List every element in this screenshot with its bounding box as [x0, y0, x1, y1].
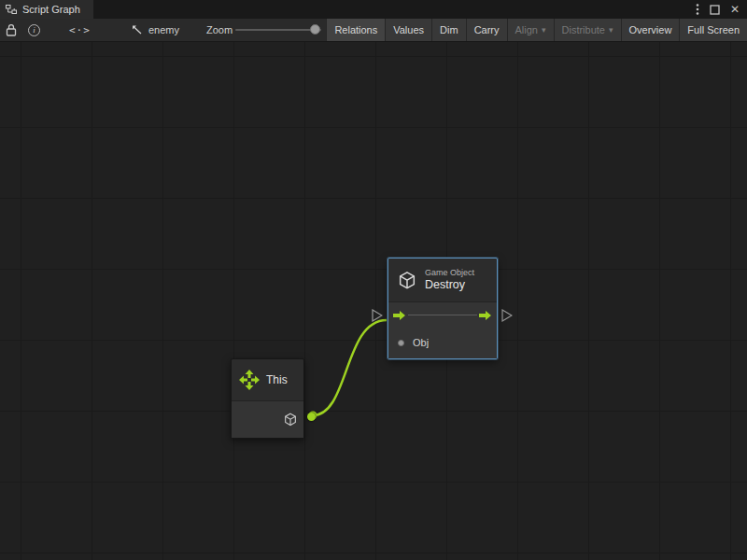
- dropdown-caret-icon: ▾: [609, 25, 613, 35]
- cube-icon: [283, 412, 298, 427]
- this-node-ports: [232, 400, 303, 438]
- obj-input-port[interactable]: [398, 340, 404, 346]
- values-label: Values: [393, 24, 424, 35]
- connection-wire[interactable]: [313, 320, 387, 415]
- maximize-icon[interactable]: [710, 5, 720, 15]
- flow-input-arrow-icon[interactable]: [393, 310, 406, 321]
- graph-name: enemy: [148, 24, 179, 35]
- obj-input-row: Obj: [388, 329, 497, 357]
- values-button[interactable]: Values: [385, 19, 431, 41]
- control-output-port-icon[interactable]: [501, 309, 513, 322]
- align-button[interactable]: Align▾: [507, 19, 554, 41]
- destroy-node-titles: Game Object Destroy: [425, 268, 474, 293]
- script-graph-window: Script Graph ✕ enemy: [0, 0, 747, 560]
- wire-layer: [0, 42, 747, 560]
- window-title: Script Graph: [22, 4, 80, 15]
- destroy-node-category: Game Object: [425, 268, 474, 278]
- zoom-slider-track[interactable]: [235, 29, 321, 31]
- close-icon[interactable]: ✕: [730, 0, 740, 19]
- graph-canvas[interactable]: This: [0, 42, 747, 560]
- script-graph-icon: [6, 4, 17, 15]
- destroy-node[interactable]: Game Object Destroy Obj: [388, 258, 498, 359]
- this-node[interactable]: This: [231, 358, 304, 439]
- dim-button[interactable]: Dim: [431, 19, 466, 41]
- destroy-node-title: Destroy: [425, 278, 474, 293]
- toolbar: enemy Zoom 1x Relations Values Dim Carry…: [0, 19, 747, 42]
- carry-label: Carry: [474, 24, 500, 35]
- flow-output-arrow-icon[interactable]: [479, 310, 492, 321]
- destroy-node-body: Obj: [388, 301, 497, 358]
- info-badge: [28, 24, 40, 36]
- fullscreen-label: Full Screen: [687, 24, 740, 35]
- carry-button[interactable]: Carry: [466, 19, 507, 41]
- obj-input-label: Obj: [413, 337, 429, 348]
- cube-icon: [397, 270, 417, 291]
- this-node-header: This: [232, 359, 303, 400]
- graph-pointer-icon: [131, 24, 143, 35]
- overview-label: Overview: [629, 24, 672, 35]
- zoom-label: Zoom: [206, 19, 233, 41]
- window-controls: ✕: [696, 0, 747, 19]
- zoom-slider[interactable]: [235, 19, 321, 41]
- toolbar-buttons: Relations Values Dim Carry Align▾ Distri…: [326, 19, 747, 41]
- graph-breadcrumb[interactable]: enemy: [131, 19, 179, 41]
- this-output-port[interactable]: [307, 413, 316, 421]
- zoom-slider-knob[interactable]: [310, 24, 320, 35]
- titlebar: Script Graph ✕: [0, 0, 747, 19]
- relations-button[interactable]: Relations: [326, 19, 385, 41]
- dim-label: Dim: [440, 24, 458, 35]
- info-icon[interactable]: [28, 19, 40, 41]
- control-input-port-icon[interactable]: [372, 309, 383, 322]
- distribute-button[interactable]: Distribute▾: [554, 19, 621, 41]
- align-label: Align: [515, 24, 538, 35]
- tab-script-graph[interactable]: Script Graph: [0, 0, 93, 19]
- move-cross-icon: [239, 370, 260, 390]
- flow-separator-line: [408, 315, 477, 315]
- destroy-node-header: Game Object Destroy: [388, 259, 497, 301]
- lock-icon[interactable]: [6, 19, 17, 41]
- code-icon[interactable]: [69, 19, 91, 41]
- flow-row: [388, 302, 497, 329]
- this-node-title: This: [266, 373, 288, 386]
- dropdown-caret-icon: ▾: [542, 25, 546, 35]
- distribute-label: Distribute: [562, 24, 605, 35]
- overview-button[interactable]: Overview: [621, 19, 680, 41]
- kebab-menu-icon[interactable]: [696, 3, 699, 16]
- fullscreen-button[interactable]: Full Screen: [679, 19, 747, 41]
- relations-label: Relations: [334, 24, 377, 35]
